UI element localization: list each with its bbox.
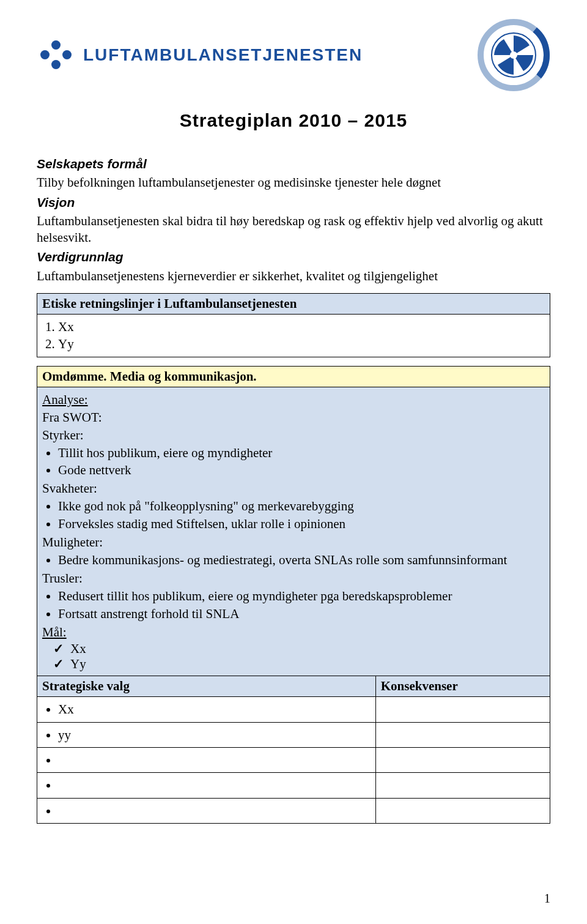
page: LUFTAMBULANSETJENESTEN Strategiplan 2010… xyxy=(0,0,587,924)
etiske-list: Xx Yy xyxy=(58,318,545,353)
emblem-icon xyxy=(477,18,550,92)
muligheter-label: Muligheter: xyxy=(42,535,545,550)
mal-label: Mål: xyxy=(42,625,545,640)
formal-text: Tilby befolkningen luftambulansetjeneste… xyxy=(37,174,550,191)
styrker-label: Styrker: xyxy=(42,428,545,443)
list-item: Xx xyxy=(58,701,371,718)
brand-name: LUFTAMBULANSETJENESTEN xyxy=(83,45,363,65)
svakheter-label: Svakheter: xyxy=(42,481,545,496)
strategiske-cell xyxy=(37,747,376,772)
list-item: Gode nettverk xyxy=(58,461,545,479)
konsekvenser-cell xyxy=(375,747,550,772)
konsekvenser-cell xyxy=(375,697,550,722)
konsekvenser-cell xyxy=(375,722,550,747)
omdomme-table: Omdømme. Media og kommunikasjon. Analyse… xyxy=(37,366,550,824)
intro-block: Selskapets formål Tilby befolkningen luf… xyxy=(37,155,550,285)
mal-list: Xx Yy xyxy=(53,641,545,672)
strategiske-cell: Xx xyxy=(37,697,376,722)
list-item: Fortsatt anstrengt forhold til SNLA xyxy=(58,605,545,622)
document-header: LUFTAMBULANSETJENESTEN xyxy=(37,18,550,92)
swot-label: Fra SWOT: xyxy=(42,410,545,425)
muligheter-list: Bedre kommunikasjons- og mediestrategi, … xyxy=(58,551,545,568)
omdomme-analyse: Analyse: Fra SWOT: Styrker: Tillit hos p… xyxy=(37,387,550,676)
list-item: Bedre kommunikasjons- og mediestrategi, … xyxy=(58,551,545,568)
list-item: yy xyxy=(58,726,371,743)
etiske-body: Xx Yy xyxy=(37,315,550,357)
analyse-label: Analyse: xyxy=(42,392,545,408)
svg-point-3 xyxy=(510,51,517,59)
logo-dots-icon xyxy=(37,37,73,73)
list-item: Ikke god nok på "folkeopplysning" og mer… xyxy=(58,497,545,515)
list-item xyxy=(58,751,371,769)
visjon-text: Luftambulansetjenesten skal bidra til hø… xyxy=(37,213,550,247)
visjon-label: Visjon xyxy=(37,194,550,211)
etiske-table: Etiske retningslinjer i Luftambulansetje… xyxy=(37,293,550,357)
konsekvenser-header: Konsekvenser xyxy=(375,676,550,697)
list-item: Redusert tillit hos publikum, eiere og m… xyxy=(58,587,545,605)
svakheter-list: Ikke god nok på "folkeopplysning" og mer… xyxy=(58,497,545,532)
strategiske-cell: yy xyxy=(37,722,376,747)
trusler-list: Redusert tillit hos publikum, eiere og m… xyxy=(58,587,545,622)
list-item: Xx xyxy=(53,641,545,657)
page-title: Strategiplan 2010 – 2015 xyxy=(37,110,550,131)
verdigrunnlag-text: Luftambulansetjenestens kjerneverdier er… xyxy=(37,268,550,285)
trusler-label: Trusler: xyxy=(42,571,545,586)
list-item xyxy=(58,777,371,794)
omdomme-header: Omdømme. Media og kommunikasjon. xyxy=(37,366,550,387)
etiske-header: Etiske retningslinjer i Luftambulansetje… xyxy=(37,294,550,315)
list-item: Yy xyxy=(58,335,545,352)
strategiske-cell xyxy=(37,773,376,798)
list-item: Xx xyxy=(58,318,545,335)
verdigrunnlag-label: Verdigrunnlag xyxy=(37,248,550,265)
logo-block: LUFTAMBULANSETJENESTEN xyxy=(37,37,363,73)
list-item xyxy=(58,802,371,819)
strategiske-header: Strategiske valg xyxy=(37,676,376,697)
konsekvenser-cell xyxy=(375,773,550,798)
strategiske-cell xyxy=(37,798,376,823)
list-item: Yy xyxy=(53,657,545,672)
list-item: Tillit hos publikum, eiere og myndighete… xyxy=(58,444,545,461)
styrker-list: Tillit hos publikum, eiere og myndighete… xyxy=(58,444,545,479)
list-item: Forveksles stadig med Stiftelsen, uklar … xyxy=(58,515,545,532)
page-number: 1 xyxy=(544,892,550,906)
formal-label: Selskapets formål xyxy=(37,155,550,172)
konsekvenser-cell xyxy=(375,798,550,823)
